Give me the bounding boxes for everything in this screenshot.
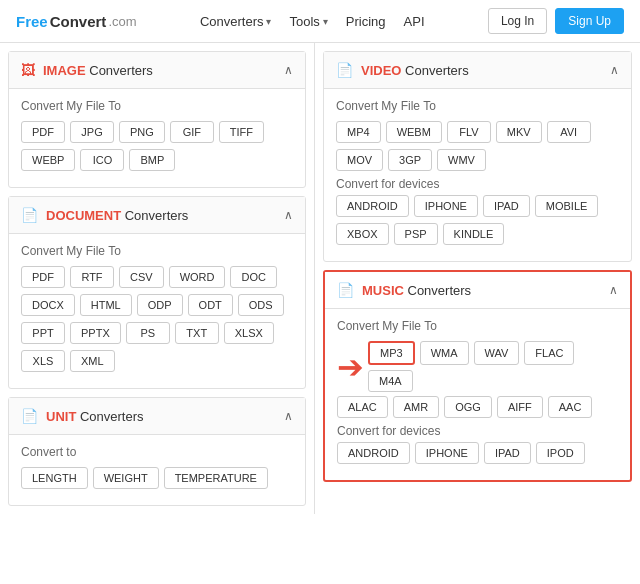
music-header-left: 📄 MUSIC Converters	[337, 282, 471, 298]
format-btn-rtf[interactable]: RTF	[70, 266, 114, 288]
format-btn-ipad-music[interactable]: IPAD	[484, 442, 531, 464]
video-formats-row2: MOV 3GP WMV	[336, 149, 619, 171]
tools-label: Tools	[289, 14, 319, 29]
format-btn-mov[interactable]: MOV	[336, 149, 383, 171]
login-button[interactable]: Log In	[488, 8, 547, 34]
unit-formats-row1: LENGTH WEIGHT TEMPERATURE	[21, 467, 293, 489]
video-header-left: 📄 VIDEO Converters	[336, 62, 469, 78]
format-btn-ogg[interactable]: OGG	[444, 396, 492, 418]
pricing-link[interactable]: Pricing	[346, 14, 386, 29]
format-btn-word[interactable]: WORD	[169, 266, 226, 288]
format-btn-android-music[interactable]: ANDROID	[337, 442, 410, 464]
video-converters-section: 📄 VIDEO Converters ∧ Convert My File To …	[323, 51, 632, 262]
format-btn-mp3[interactable]: MP3	[368, 341, 415, 365]
video-section-icon: 📄	[336, 62, 353, 78]
format-btn-csv[interactable]: CSV	[119, 266, 164, 288]
music-collapse-button[interactable]: ∧	[609, 283, 618, 297]
format-btn-mp4[interactable]: MP4	[336, 121, 381, 143]
format-btn-jpg[interactable]: JPG	[70, 121, 114, 143]
format-btn-ps[interactable]: PS	[126, 322, 170, 344]
unit-section-header: 📄 UNIT Converters ∧	[9, 398, 305, 435]
music-formats-row2: ALAC AMR OGG AIFF AAC	[337, 396, 618, 418]
unit-collapse-button[interactable]: ∧	[284, 409, 293, 423]
format-btn-amr[interactable]: AMR	[393, 396, 439, 418]
format-btn-xbox[interactable]: XBOX	[336, 223, 389, 245]
format-btn-flv[interactable]: FLV	[447, 121, 491, 143]
document-formats-row2: DOCX HTML ODP ODT ODS	[21, 294, 293, 316]
main-nav: Converters ▾ Tools ▾ Pricing API	[200, 14, 425, 29]
image-collapse-button[interactable]: ∧	[284, 63, 293, 77]
format-btn-pptx[interactable]: PPTX	[70, 322, 121, 344]
format-btn-alac[interactable]: ALAC	[337, 396, 388, 418]
format-btn-xml[interactable]: XML	[70, 350, 115, 372]
image-section-header: 🖼 IMAGE Converters ∧	[9, 52, 305, 89]
document-collapse-button[interactable]: ∧	[284, 208, 293, 222]
format-btn-kindle[interactable]: KINDLE	[443, 223, 505, 245]
music-section-header: 📄 MUSIC Converters ∧	[325, 272, 630, 309]
format-btn-length[interactable]: LENGTH	[21, 467, 88, 489]
format-btn-png[interactable]: PNG	[119, 121, 165, 143]
music-devices-row1: ANDROID IPHONE IPAD IPOD	[337, 442, 618, 464]
converters-menu[interactable]: Converters ▾	[200, 14, 272, 29]
format-btn-webm[interactable]: WEBM	[386, 121, 442, 143]
tools-menu[interactable]: Tools ▾	[289, 14, 327, 29]
format-btn-odp[interactable]: ODP	[137, 294, 183, 316]
document-converters-section: 📄 DOCUMENT Converters ∧ Convert My File …	[8, 196, 306, 389]
converters-label: Converters	[200, 14, 264, 29]
converters-chevron: ▾	[266, 16, 271, 27]
logo[interactable]: FreeConvert.com	[16, 13, 137, 30]
red-arrow-icon: ➔	[337, 351, 364, 383]
format-btn-docx[interactable]: DOCX	[21, 294, 75, 316]
format-btn-gif[interactable]: GIF	[170, 121, 214, 143]
tools-chevron: ▾	[323, 16, 328, 27]
format-btn-pdf-doc[interactable]: PDF	[21, 266, 65, 288]
format-btn-doc[interactable]: DOC	[230, 266, 276, 288]
format-btn-android-video[interactable]: ANDROID	[336, 195, 409, 217]
format-btn-psp[interactable]: PSP	[394, 223, 438, 245]
format-btn-wmv[interactable]: WMV	[437, 149, 486, 171]
format-btn-mobile[interactable]: MOBILE	[535, 195, 599, 217]
format-btn-m4a[interactable]: M4A	[368, 370, 413, 392]
format-btn-ppt[interactable]: PPT	[21, 322, 65, 344]
format-btn-avi[interactable]: AVI	[547, 121, 591, 143]
format-btn-txt[interactable]: TXT	[175, 322, 219, 344]
video-devices-row2: XBOX PSP KINDLE	[336, 223, 619, 245]
format-btn-ico[interactable]: ICO	[80, 149, 124, 171]
video-convert-label: Convert My File To	[336, 99, 619, 113]
video-devices-label: Convert for devices	[336, 177, 619, 191]
format-btn-html[interactable]: HTML	[80, 294, 132, 316]
format-btn-3gp[interactable]: 3GP	[388, 149, 432, 171]
format-btn-wav[interactable]: WAV	[474, 341, 520, 365]
format-btn-aac[interactable]: AAC	[548, 396, 593, 418]
format-btn-ods[interactable]: ODS	[238, 294, 284, 316]
format-btn-tiff[interactable]: TIFF	[219, 121, 264, 143]
format-btn-odt[interactable]: ODT	[188, 294, 233, 316]
format-btn-iphone-video[interactable]: IPHONE	[414, 195, 478, 217]
format-btn-bmp[interactable]: BMP	[129, 149, 175, 171]
format-btn-mkv[interactable]: MKV	[496, 121, 542, 143]
video-collapse-button[interactable]: ∧	[610, 63, 619, 77]
format-btn-wma[interactable]: WMA	[420, 341, 469, 365]
image-formats-row2: WEBP ICO BMP	[21, 149, 293, 171]
document-convert-label: Convert My File To	[21, 244, 293, 258]
format-btn-aiff[interactable]: AIFF	[497, 396, 543, 418]
format-btn-flac[interactable]: FLAC	[524, 341, 574, 365]
signup-button[interactable]: Sign Up	[555, 8, 624, 34]
music-devices-label: Convert for devices	[337, 424, 618, 438]
format-btn-weight[interactable]: WEIGHT	[93, 467, 159, 489]
format-btn-pdf-img[interactable]: PDF	[21, 121, 65, 143]
document-header-left: 📄 DOCUMENT Converters	[21, 207, 188, 223]
api-link[interactable]: API	[404, 14, 425, 29]
format-btn-iphone-music[interactable]: IPHONE	[415, 442, 479, 464]
video-section-body: Convert My File To MP4 WEBM FLV MKV AVI …	[324, 89, 631, 261]
format-btn-ipod[interactable]: IPOD	[536, 442, 585, 464]
document-section-header: 📄 DOCUMENT Converters ∧	[9, 197, 305, 234]
format-btn-webp[interactable]: WEBP	[21, 149, 75, 171]
format-btn-xlsx[interactable]: XLSX	[224, 322, 274, 344]
header: FreeConvert.com Converters ▾ Tools ▾ Pri…	[0, 0, 640, 43]
unit-section-title: UNIT Converters	[46, 409, 144, 424]
format-btn-xls[interactable]: XLS	[21, 350, 65, 372]
format-btn-temperature[interactable]: TEMPERATURE	[164, 467, 268, 489]
format-btn-ipad-video[interactable]: IPAD	[483, 195, 530, 217]
document-section-title: DOCUMENT Converters	[46, 208, 188, 223]
